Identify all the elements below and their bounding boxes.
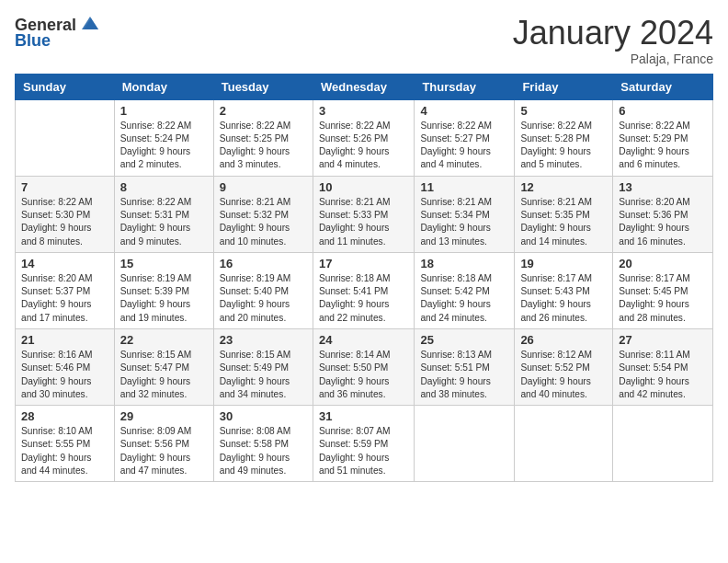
day-info: Sunrise: 8:16 AMSunset: 5:46 PMDaylight:… <box>21 349 108 401</box>
day-info: Sunrise: 8:15 AMSunset: 5:47 PMDaylight:… <box>120 349 208 401</box>
day-info: Sunrise: 8:07 AMSunset: 5:59 PMDaylight:… <box>319 425 408 477</box>
month-title: January 2024 <box>513 15 713 52</box>
table-row: 17Sunrise: 8:18 AMSunset: 5:41 PMDayligh… <box>313 252 414 328</box>
day-info: Sunrise: 8:10 AMSunset: 5:55 PMDaylight:… <box>21 425 108 477</box>
day-number: 7 <box>21 180 108 194</box>
table-row: 28Sunrise: 8:10 AMSunset: 5:55 PMDayligh… <box>16 406 115 482</box>
day-number: 16 <box>220 257 307 270</box>
day-info: Sunrise: 8:21 AMSunset: 5:33 PMDaylight:… <box>319 196 408 248</box>
day-number: 18 <box>420 257 508 270</box>
day-number: 27 <box>619 333 707 347</box>
day-info: Sunrise: 8:21 AMSunset: 5:34 PMDaylight:… <box>420 196 508 248</box>
day-info: Sunrise: 8:22 AMSunset: 5:27 PMDaylight:… <box>420 120 508 172</box>
day-info: Sunrise: 8:19 AMSunset: 5:40 PMDaylight:… <box>220 272 307 325</box>
col-sunday: Sunday <box>16 74 115 99</box>
col-tuesday: Tuesday <box>213 74 313 99</box>
day-number: 4 <box>420 104 508 118</box>
day-number: 1 <box>120 104 208 118</box>
day-info: Sunrise: 8:18 AMSunset: 5:41 PMDaylight:… <box>319 272 408 325</box>
day-number: 17 <box>319 257 408 270</box>
col-wednesday: Wednesday <box>313 74 414 99</box>
day-number: 19 <box>520 257 607 270</box>
table-row <box>613 406 713 482</box>
day-info: Sunrise: 8:08 AMSunset: 5:58 PMDaylight:… <box>220 425 307 477</box>
table-row: 18Sunrise: 8:18 AMSunset: 5:42 PMDayligh… <box>415 252 515 328</box>
day-info: Sunrise: 8:20 AMSunset: 5:36 PMDaylight:… <box>619 196 707 248</box>
table-row: 15Sunrise: 8:19 AMSunset: 5:39 PMDayligh… <box>114 252 213 328</box>
day-number: 14 <box>21 257 108 270</box>
day-info: Sunrise: 8:21 AMSunset: 5:35 PMDaylight:… <box>520 196 607 248</box>
day-number: 9 <box>220 180 307 194</box>
week-row-0: 1Sunrise: 8:22 AMSunset: 5:24 PMDaylight… <box>16 99 713 176</box>
page-container: General Blue January 2024 Palaja, France… <box>0 0 728 497</box>
table-row: 4Sunrise: 8:22 AMSunset: 5:27 PMDaylight… <box>415 99 515 176</box>
day-number: 23 <box>220 333 307 347</box>
day-info: Sunrise: 8:22 AMSunset: 5:25 PMDaylight:… <box>220 120 307 172</box>
day-number: 30 <box>220 409 307 423</box>
table-row: 2Sunrise: 8:22 AMSunset: 5:25 PMDaylight… <box>213 99 313 176</box>
day-info: Sunrise: 8:21 AMSunset: 5:32 PMDaylight:… <box>220 196 307 248</box>
week-row-3: 21Sunrise: 8:16 AMSunset: 5:46 PMDayligh… <box>16 328 713 405</box>
week-row-4: 28Sunrise: 8:10 AMSunset: 5:55 PMDayligh… <box>16 406 713 482</box>
table-row <box>415 406 515 482</box>
day-number: 31 <box>319 409 408 423</box>
table-row: 11Sunrise: 8:21 AMSunset: 5:34 PMDayligh… <box>415 176 515 252</box>
day-number: 11 <box>420 180 508 194</box>
day-number: 5 <box>520 104 607 118</box>
day-info: Sunrise: 8:22 AMSunset: 5:31 PMDaylight:… <box>120 196 208 248</box>
day-info: Sunrise: 8:18 AMSunset: 5:42 PMDaylight:… <box>420 272 508 325</box>
calendar-table: Sunday Monday Tuesday Wednesday Thursday… <box>15 74 713 483</box>
logo: General Blue <box>15 15 102 51</box>
day-number: 25 <box>420 333 508 347</box>
table-row: 14Sunrise: 8:20 AMSunset: 5:37 PMDayligh… <box>16 252 115 328</box>
day-info: Sunrise: 8:17 AMSunset: 5:43 PMDaylight:… <box>520 272 607 325</box>
table-row: 3Sunrise: 8:22 AMSunset: 5:26 PMDaylight… <box>313 99 414 176</box>
day-number: 28 <box>21 409 108 423</box>
table-row: 31Sunrise: 8:07 AMSunset: 5:59 PMDayligh… <box>313 406 414 482</box>
col-thursday: Thursday <box>415 74 515 99</box>
table-row: 7Sunrise: 8:22 AMSunset: 5:30 PMDaylight… <box>16 176 115 252</box>
day-info: Sunrise: 8:12 AMSunset: 5:52 PMDaylight:… <box>520 349 607 401</box>
table-row: 5Sunrise: 8:22 AMSunset: 5:28 PMDaylight… <box>515 99 613 176</box>
day-info: Sunrise: 8:22 AMSunset: 5:30 PMDaylight:… <box>21 196 108 248</box>
day-info: Sunrise: 8:11 AMSunset: 5:54 PMDaylight:… <box>619 349 707 401</box>
day-info: Sunrise: 8:22 AMSunset: 5:29 PMDaylight:… <box>619 120 707 172</box>
header-row: Sunday Monday Tuesday Wednesday Thursday… <box>16 74 713 99</box>
day-number: 13 <box>619 180 707 194</box>
table-row: 21Sunrise: 8:16 AMSunset: 5:46 PMDayligh… <box>16 328 115 405</box>
day-number: 24 <box>319 333 408 347</box>
day-info: Sunrise: 8:09 AMSunset: 5:56 PMDaylight:… <box>120 425 208 477</box>
table-row: 6Sunrise: 8:22 AMSunset: 5:29 PMDaylight… <box>613 99 713 176</box>
table-row: 1Sunrise: 8:22 AMSunset: 5:24 PMDaylight… <box>114 99 213 176</box>
week-row-2: 14Sunrise: 8:20 AMSunset: 5:37 PMDayligh… <box>16 252 713 328</box>
day-number: 15 <box>120 257 208 270</box>
day-number: 3 <box>319 104 408 118</box>
table-row <box>515 406 613 482</box>
table-row: 24Sunrise: 8:14 AMSunset: 5:50 PMDayligh… <box>313 328 414 405</box>
table-row: 26Sunrise: 8:12 AMSunset: 5:52 PMDayligh… <box>515 328 613 405</box>
table-row: 30Sunrise: 8:08 AMSunset: 5:58 PMDayligh… <box>213 406 313 482</box>
table-row: 12Sunrise: 8:21 AMSunset: 5:35 PMDayligh… <box>515 176 613 252</box>
header: General Blue January 2024 Palaja, France <box>15 15 713 66</box>
day-info: Sunrise: 8:22 AMSunset: 5:26 PMDaylight:… <box>319 120 408 172</box>
day-info: Sunrise: 8:13 AMSunset: 5:51 PMDaylight:… <box>420 349 508 401</box>
day-number: 8 <box>120 180 208 194</box>
day-number: 10 <box>319 180 408 194</box>
day-number: 12 <box>520 180 607 194</box>
table-row <box>16 99 115 176</box>
table-row: 10Sunrise: 8:21 AMSunset: 5:33 PMDayligh… <box>313 176 414 252</box>
day-number: 29 <box>120 409 208 423</box>
title-section: January 2024 Palaja, France <box>513 15 713 66</box>
table-row: 22Sunrise: 8:15 AMSunset: 5:47 PMDayligh… <box>114 328 213 405</box>
day-number: 2 <box>220 104 307 118</box>
table-row: 16Sunrise: 8:19 AMSunset: 5:40 PMDayligh… <box>213 252 313 328</box>
table-row: 29Sunrise: 8:09 AMSunset: 5:56 PMDayligh… <box>114 406 213 482</box>
col-monday: Monday <box>114 74 213 99</box>
day-number: 20 <box>619 257 707 270</box>
day-info: Sunrise: 8:22 AMSunset: 5:28 PMDaylight:… <box>520 120 607 172</box>
day-number: 26 <box>520 333 607 347</box>
day-info: Sunrise: 8:22 AMSunset: 5:24 PMDaylight:… <box>120 120 208 172</box>
table-row: 20Sunrise: 8:17 AMSunset: 5:45 PMDayligh… <box>613 252 713 328</box>
day-info: Sunrise: 8:17 AMSunset: 5:45 PMDaylight:… <box>619 272 707 325</box>
col-friday: Friday <box>515 74 613 99</box>
